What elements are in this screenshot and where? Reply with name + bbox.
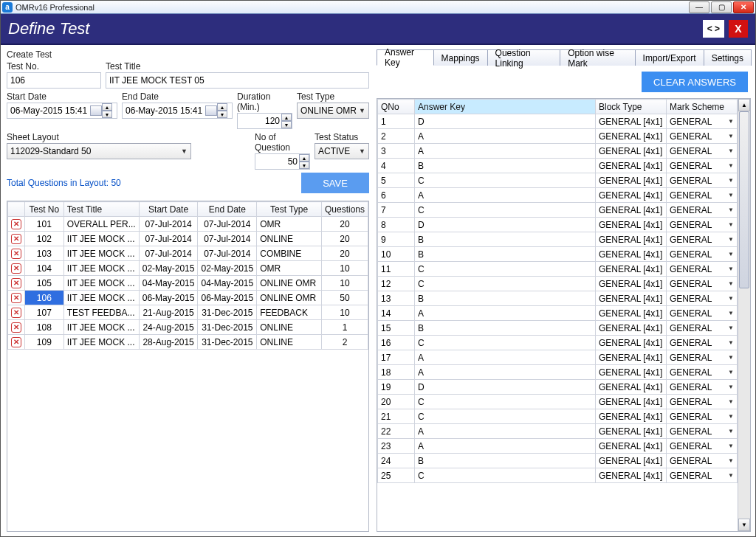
answer-row[interactable]: 18AGENERAL [4x1]GENERAL▼ — [378, 365, 738, 380]
answer-scrollbar[interactable]: ▲ ▼ — [738, 99, 750, 531]
answer-row[interactable]: 23AGENERAL [4x1]GENERAL▼ — [378, 439, 738, 454]
delete-row-icon[interactable]: ✕ — [11, 278, 21, 288]
col-q[interactable]: Questions — [321, 202, 368, 217]
col-title[interactable]: Test Title — [63, 202, 139, 217]
nav-toggle-button[interactable]: < > — [703, 20, 724, 38]
answer-row[interactable]: 25CGENERAL [4x1]GENERAL▼ — [378, 468, 738, 483]
col-testno[interactable]: Test No — [25, 202, 64, 217]
clear-answers-button[interactable]: CLEAR ANSWERS — [642, 72, 748, 92]
cell-answer-key[interactable]: D — [415, 218, 596, 232]
test-title-input[interactable] — [106, 72, 369, 89]
cell-mark-scheme[interactable]: GENERAL▼ — [667, 173, 738, 188]
answer-row[interactable]: 10BGENERAL [4x1]GENERAL▼ — [378, 247, 738, 262]
table-row[interactable]: ✕107TEST FEEDBA...21-Aug-201531-Dec-2015… — [8, 305, 368, 320]
table-row[interactable]: ✕108IIT JEE MOCK ...24-Aug-201531-Dec-20… — [8, 320, 368, 335]
delete-row-icon[interactable]: ✕ — [11, 337, 21, 347]
answer-row[interactable]: 13BGENERAL [4x1]GENERAL▼ — [378, 291, 738, 306]
maximize-button[interactable]: ▢ — [711, 1, 732, 13]
cell-answer-key[interactable]: B — [415, 232, 596, 247]
cell-mark-scheme[interactable]: GENERAL▼ — [667, 321, 738, 336]
cell-answer-key[interactable]: C — [415, 468, 596, 483]
cell-answer-key[interactable]: C — [415, 336, 596, 350]
answer-row[interactable]: 19DGENERAL [4x1]GENERAL▼ — [378, 380, 738, 395]
cell-mark-scheme[interactable]: GENERAL▼ — [667, 468, 738, 483]
delete-row-icon[interactable]: ✕ — [11, 263, 21, 274]
cell-mark-scheme[interactable]: GENERAL▼ — [667, 232, 738, 247]
test-type-select[interactable]: ONLINE OMR▼ — [297, 103, 369, 119]
cell-mark-scheme[interactable]: GENERAL▼ — [667, 336, 738, 350]
table-row[interactable]: ✕104IIT JEE MOCK ...02-May-201502-May-20… — [8, 261, 368, 276]
col-type[interactable]: Test Type — [257, 202, 322, 217]
answer-row[interactable]: 4BGENERAL [4x1]GENERAL▼ — [378, 159, 738, 173]
cell-mark-scheme[interactable]: GENERAL▼ — [667, 129, 738, 144]
answer-row[interactable]: 20CGENERAL [4x1]GENERAL▼ — [378, 395, 738, 409]
cell-answer-key[interactable]: A — [415, 424, 596, 439]
col-end[interactable]: End Date — [198, 202, 257, 217]
tests-grid[interactable]: Test No Test Title Start Date End Date T… — [7, 201, 369, 532]
test-no-input[interactable] — [7, 72, 101, 89]
col-mark-scheme[interactable]: Mark Scheme — [667, 100, 738, 114]
table-row[interactable]: ✕101OVERALL PER...07-Jul-201407-Jul-2014… — [8, 217, 368, 232]
cell-mark-scheme[interactable]: GENERAL▼ — [667, 114, 738, 129]
cell-answer-key[interactable]: A — [415, 188, 596, 203]
answer-row[interactable]: 8DGENERAL [4x1]GENERAL▼ — [378, 218, 738, 232]
end-date-spinner[interactable]: ▲▼ — [217, 103, 227, 118]
page-close-button[interactable]: X — [729, 20, 748, 38]
cell-mark-scheme[interactable]: GENERAL▼ — [667, 291, 738, 306]
window-close-button[interactable]: ✕ — [733, 1, 754, 13]
answer-row[interactable]: 7CGENERAL [4x1]GENERAL▼ — [378, 203, 738, 218]
answer-row[interactable]: 9BGENERAL [4x1]GENERAL▼ — [378, 232, 738, 247]
tab-import-export[interactable]: Import/Export — [635, 49, 704, 66]
table-row[interactable]: ✕102IIT JEE MOCK ...07-Jul-201407-Jul-20… — [8, 232, 368, 246]
cell-answer-key[interactable]: A — [415, 129, 596, 144]
tab-mappings[interactable]: Mappings — [433, 49, 488, 66]
cell-mark-scheme[interactable]: GENERAL▼ — [667, 424, 738, 439]
delete-row-icon[interactable]: ✕ — [11, 293, 21, 303]
delete-row-icon[interactable]: ✕ — [11, 234, 21, 244]
cell-answer-key[interactable]: C — [415, 262, 596, 277]
tab-option-mark[interactable]: Option wise Mark — [560, 49, 635, 66]
col-qno[interactable]: QNo — [378, 100, 415, 114]
cell-answer-key[interactable]: B — [415, 321, 596, 336]
answer-row[interactable]: 5CGENERAL [4x1]GENERAL▼ — [378, 173, 738, 188]
sheet-layout-select[interactable]: 112029-Standard 50▼ — [7, 143, 191, 159]
table-row[interactable]: ✕105IIT JEE MOCK ...04-May-201504-May-20… — [8, 276, 368, 291]
test-status-select[interactable]: ACTIVE▼ — [315, 143, 369, 159]
cell-mark-scheme[interactable]: GENERAL▼ — [667, 306, 738, 321]
save-button[interactable]: SAVE — [301, 173, 369, 193]
start-date-picker[interactable]: 06-May-2015 15:41 ▲▼ — [7, 103, 117, 119]
answer-row[interactable]: 22AGENERAL [4x1]GENERAL▼ — [378, 424, 738, 439]
answer-row[interactable]: 3AGENERAL [4x1]GENERAL▼ — [378, 144, 738, 159]
cell-mark-scheme[interactable]: GENERAL▼ — [667, 159, 738, 173]
col-block-type[interactable]: Block Type — [596, 100, 667, 114]
answer-row[interactable]: 21CGENERAL [4x1]GENERAL▼ — [378, 409, 738, 424]
cell-mark-scheme[interactable]: GENERAL▼ — [667, 247, 738, 262]
cell-mark-scheme[interactable]: GENERAL▼ — [667, 439, 738, 454]
table-row[interactable]: ✕103IIT JEE MOCK ...07-Jul-201407-Jul-20… — [8, 246, 368, 261]
delete-row-icon[interactable]: ✕ — [11, 249, 21, 259]
cell-mark-scheme[interactable]: GENERAL▼ — [667, 144, 738, 159]
answer-row[interactable]: 6AGENERAL [4x1]GENERAL▼ — [378, 188, 738, 203]
cell-mark-scheme[interactable]: GENERAL▼ — [667, 380, 738, 395]
col-answer-key[interactable]: Answer Key — [415, 100, 596, 114]
scrollbar-thumb[interactable] — [739, 111, 749, 288]
duration-input[interactable]: 120 ▲▼ — [237, 113, 292, 129]
cell-answer-key[interactable]: A — [415, 144, 596, 159]
cell-mark-scheme[interactable]: GENERAL▼ — [667, 454, 738, 468]
cell-answer-key[interactable]: B — [415, 454, 596, 468]
no-question-input[interactable]: 50 ▲▼ — [255, 153, 310, 170]
col-start[interactable]: Start Date — [139, 202, 198, 217]
cell-mark-scheme[interactable]: GENERAL▼ — [667, 262, 738, 277]
cell-answer-key[interactable]: B — [415, 247, 596, 262]
delete-row-icon[interactable]: ✕ — [11, 219, 21, 229]
cell-answer-key[interactable]: C — [415, 173, 596, 188]
cell-mark-scheme[interactable]: GENERAL▼ — [667, 218, 738, 232]
table-row[interactable]: ✕106IIT JEE MOCK ...06-May-201506-May-20… — [8, 291, 368, 305]
cell-answer-key[interactable]: C — [415, 395, 596, 409]
start-date-spinner[interactable]: ▲▼ — [102, 103, 112, 118]
answer-row[interactable]: 2AGENERAL [4x1]GENERAL▼ — [378, 129, 738, 144]
cell-mark-scheme[interactable]: GENERAL▼ — [667, 365, 738, 380]
cell-answer-key[interactable]: D — [415, 380, 596, 395]
cell-mark-scheme[interactable]: GENERAL▼ — [667, 277, 738, 291]
cell-answer-key[interactable]: A — [415, 350, 596, 365]
